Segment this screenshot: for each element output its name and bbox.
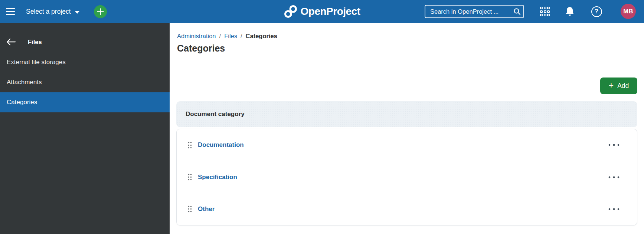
logo-wordmark: OpenProject: [301, 6, 360, 17]
sidebar-item-label: Categories: [7, 99, 37, 106]
sidebar-item-label: Attachments: [7, 79, 42, 86]
add-button-label: Add: [617, 82, 629, 90]
project-selector[interactable]: Select a project: [26, 0, 80, 23]
sidebar-item-external-file-storages[interactable]: External file storages: [0, 52, 170, 72]
help-icon[interactable]: ?: [588, 0, 605, 23]
sidebar-header: Files: [0, 33, 170, 50]
breadcrumb-link-administration[interactable]: Administration: [177, 33, 216, 40]
breadcrumb-separator: /: [219, 33, 221, 40]
drag-handle-icon[interactable]: [188, 205, 192, 212]
plus-icon: +: [609, 81, 614, 90]
row-menu-button[interactable]: [606, 141, 622, 149]
sidebar-item-label: External file storages: [7, 59, 66, 66]
main-content: Administration / Files / Categories Cate…: [170, 23, 644, 234]
top-bar: Select a project OpenProject: [0, 0, 644, 23]
table-row: Documentation: [177, 129, 637, 161]
row-menu-button[interactable]: [606, 205, 622, 213]
sidebar-items: External file storages Attachments Categ…: [0, 52, 170, 112]
plus-icon: [97, 8, 104, 15]
breadcrumb-separator: /: [241, 33, 242, 40]
notifications-bell-icon[interactable]: [562, 0, 578, 23]
category-link-other[interactable]: Other: [198, 205, 215, 213]
global-search: [425, 5, 524, 18]
add-category-button[interactable]: + Add: [600, 78, 637, 94]
global-add-button[interactable]: [94, 5, 107, 18]
table-row: Specification: [177, 161, 637, 193]
categories-table: Documentation Specification: [176, 129, 637, 225]
sidebar-title: Files: [28, 39, 42, 46]
breadcrumb-link-files[interactable]: Files: [224, 33, 237, 40]
sidebar-item-attachments[interactable]: Attachments: [0, 72, 170, 92]
openproject-logo[interactable]: OpenProject: [284, 0, 360, 23]
admin-sidebar: Files External file storages Attachments…: [0, 23, 170, 234]
user-avatar[interactable]: MB: [621, 4, 636, 19]
row-menu-button[interactable]: [606, 174, 622, 181]
table-column-header: Document category: [176, 101, 637, 127]
drag-handle-icon[interactable]: [188, 142, 192, 149]
sidebar-item-categories[interactable]: Categories: [0, 92, 170, 112]
chevron-down-icon: [75, 11, 80, 14]
back-arrow-icon[interactable]: [0, 38, 22, 46]
project-selector-label: Select a project: [26, 8, 71, 16]
breadcrumb-current: Categories: [246, 33, 277, 40]
modules-grid-icon[interactable]: [537, 0, 553, 23]
column-header-label: Document category: [186, 111, 245, 118]
openproject-logo-icon: [284, 5, 297, 18]
category-link-specification[interactable]: Specification: [198, 174, 237, 181]
search-input[interactable]: [425, 8, 513, 15]
breadcrumb: Administration / Files / Categories: [177, 33, 277, 40]
hamburger-menu-icon[interactable]: [6, 8, 15, 15]
search-icon[interactable]: [513, 8, 521, 15]
avatar-initials: MB: [623, 8, 633, 15]
drag-handle-icon[interactable]: [188, 174, 192, 181]
table-row: Other: [177, 193, 637, 225]
category-link-documentation[interactable]: Documentation: [198, 141, 244, 149]
page-title: Categories: [177, 43, 225, 54]
toolbar-divider: [177, 68, 637, 68]
